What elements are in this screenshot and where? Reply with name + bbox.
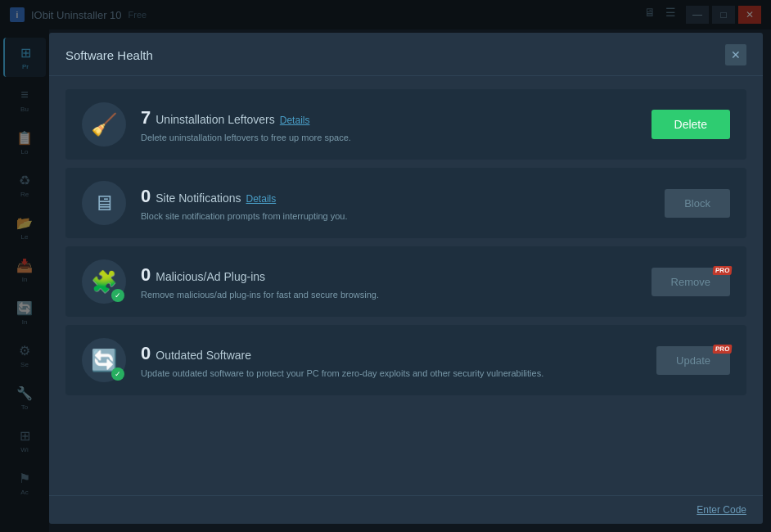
uninstall-name: Uninstallation Leftovers bbox=[156, 113, 275, 126]
uninstall-action: Delete bbox=[652, 110, 730, 139]
health-card-site-notifications: 🖥 0 Site Notifications Details Block sit… bbox=[65, 168, 746, 238]
modal-title: Software Health bbox=[65, 48, 153, 62]
notification-title-row: 0 Site Notifications Details bbox=[141, 186, 650, 207]
notification-icon-wrap: 🖥 bbox=[82, 181, 126, 225]
uninstall-info: 7 Uninstallation Leftovers Details Delet… bbox=[141, 107, 637, 142]
health-card-uninstall-leftovers: 🧹 7 Uninstallation Leftovers Details Del… bbox=[65, 89, 746, 160]
notification-name: Site Notifications bbox=[156, 192, 241, 205]
uninstall-icon-wrap: 🧹 bbox=[82, 102, 126, 147]
health-card-outdated-software: 🔄 ✓ 0 Outdated Software Update outdated … bbox=[65, 325, 746, 395]
remove-button[interactable]: Remove PRO bbox=[652, 268, 730, 296]
uninstall-desc: Delete uninstallation leftovers to free … bbox=[141, 133, 637, 142]
plugins-icon-wrap: 🧩 ✓ bbox=[82, 259, 126, 304]
plugins-check-badge: ✓ bbox=[111, 289, 124, 302]
plugins-info: 0 Malicious/Ad Plug-ins Remove malicious… bbox=[141, 264, 637, 300]
modal-footer: Enter Code bbox=[49, 495, 763, 524]
notification-icon: 🖥 bbox=[93, 191, 115, 216]
plugins-count: 0 bbox=[141, 264, 151, 286]
plugins-desc: Remove malicious/ad plug-ins for fast an… bbox=[141, 290, 637, 300]
outdated-name: Outdated Software bbox=[156, 349, 251, 362]
health-card-malicious-plugins: 🧩 ✓ 0 Malicious/Ad Plug-ins Remove malic… bbox=[65, 246, 746, 317]
remove-pro-badge: PRO bbox=[712, 266, 732, 275]
outdated-count: 0 bbox=[141, 343, 151, 364]
uninstall-title-row: 7 Uninstallation Leftovers Details bbox=[141, 107, 637, 128]
modal-body: 🧹 7 Uninstallation Leftovers Details Del… bbox=[49, 76, 763, 495]
outdated-title-row: 0 Outdated Software bbox=[141, 343, 642, 364]
plugins-title-row: 0 Malicious/Ad Plug-ins bbox=[141, 264, 637, 286]
outdated-desc: Update outdated software to protect your… bbox=[141, 368, 642, 378]
plugins-action: Remove PRO bbox=[652, 268, 730, 296]
notification-desc: Block site notification prompts from int… bbox=[141, 211, 650, 221]
notification-info: 0 Site Notifications Details Block site … bbox=[141, 186, 650, 221]
plugins-name: Malicious/Ad Plug-ins bbox=[156, 270, 265, 283]
outdated-info: 0 Outdated Software Update outdated soft… bbox=[141, 343, 642, 378]
delete-button[interactable]: Delete bbox=[652, 110, 730, 139]
modal-header: Software Health ✕ bbox=[49, 33, 763, 76]
notification-action: Block bbox=[665, 189, 730, 218]
update-pro-badge: PRO bbox=[712, 345, 732, 354]
modal-close-button[interactable]: ✕ bbox=[725, 44, 746, 65]
software-health-modal: Software Health ✕ 🧹 7 Uninstallation Lef… bbox=[49, 33, 763, 524]
notification-count: 0 bbox=[141, 186, 151, 207]
outdated-action: Update PRO bbox=[656, 346, 730, 375]
update-button[interactable]: Update PRO bbox=[656, 346, 730, 375]
block-button[interactable]: Block bbox=[665, 189, 730, 218]
uninstall-count: 7 bbox=[141, 107, 151, 128]
outdated-check-badge: ✓ bbox=[111, 367, 124, 381]
notification-details-link[interactable]: Details bbox=[246, 193, 277, 205]
uninstall-icon: 🧹 bbox=[91, 112, 117, 138]
enter-code-link[interactable]: Enter Code bbox=[697, 504, 746, 516]
uninstall-details-link[interactable]: Details bbox=[280, 115, 310, 126]
outdated-icon-wrap: 🔄 ✓ bbox=[82, 338, 126, 382]
